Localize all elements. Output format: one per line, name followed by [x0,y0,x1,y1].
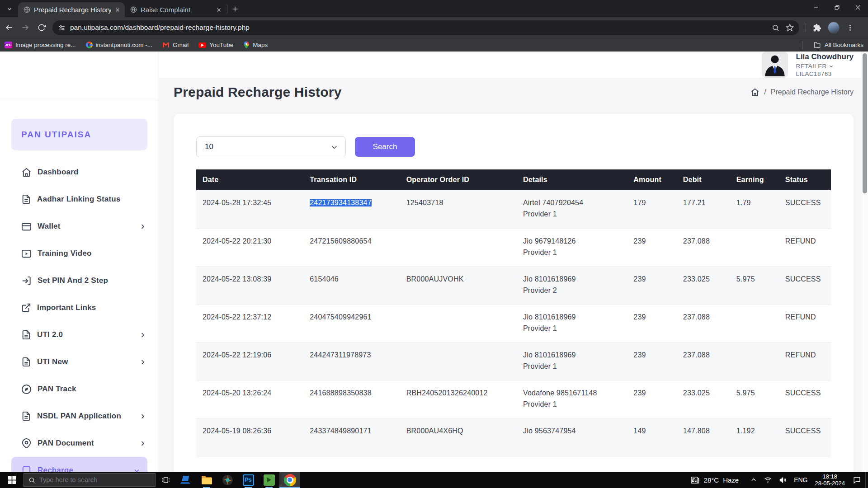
zoom-icon[interactable] [772,24,779,32]
cell-operator-order-id [400,304,517,342]
bookmark-item[interactable]: YouTube [198,42,233,48]
show-desktop-button[interactable] [865,472,868,488]
breadcrumb-separator: / [764,88,766,96]
bookmark-label: YouTube [209,42,233,48]
table-row[interactable]: 2024-05-28 17:32:45 242173934138347 1254… [196,190,831,228]
taskbar-app-pc[interactable] [175,472,196,488]
cell-details: Jio 9679148126Provider 1 [517,228,627,266]
speaker-icon[interactable] [779,477,787,483]
table-row[interactable]: 2024-05-20 13:26:24 241688898350838 RBH2… [196,380,831,418]
sidebar-nav: Dashboard Aadhar Linking Status Wallet T… [0,159,159,472]
cell-status: SUCCESS [779,418,831,456]
bookmark-item[interactable]: JPG Image processing re... [5,42,76,48]
scrollbar-thumb[interactable] [863,53,867,193]
all-bookmarks-button[interactable]: All Bookmarks [802,41,863,49]
user-menu[interactable]: Lila Chowdhury RETAILER LILAC18763 [762,52,854,78]
extensions-icon[interactable] [813,23,821,32]
start-button[interactable] [0,472,24,488]
search-button[interactable]: Search [355,137,415,157]
chevron-right-icon [139,223,146,230]
taskbar-search[interactable] [24,473,156,487]
taskbar-app-file-explorer[interactable] [196,472,217,488]
tab-search-button[interactable] [4,3,15,15]
sidebar-item-aadhar-linking-status[interactable]: Aadhar Linking Status [0,186,159,213]
tab-close-icon[interactable] [216,7,222,13]
sidebar-item-label: Aadhar Linking Status [37,195,121,204]
close-window-button[interactable] [847,0,868,14]
minimize-button[interactable] [806,0,826,14]
chevron-down-icon [330,143,338,151]
page-size-select[interactable]: 10 [196,136,346,157]
sidebar-item-training-video[interactable]: Training Video [0,240,159,267]
tray-chevron-up-icon[interactable] [750,477,757,483]
cell-earning [730,342,779,380]
tab-prepaid-recharge-history[interactable]: Prepaid Recharge History [18,2,125,17]
sidebar-item-dashboard[interactable]: Dashboard [0,159,159,186]
table-row[interactable]: 2024-05-19 08:26:36 243374849890171 BR00… [196,418,831,456]
compass-icon [21,384,32,394]
table-row[interactable]: 2024-05-22 13:08:39 6154046 BR000AUJVOHK… [196,266,831,304]
tab-raise-complaint[interactable]: Raise Complaint [125,2,226,17]
wifi-icon[interactable] [764,477,772,483]
weather-widget[interactable]: 28°C Haze [690,476,739,484]
bookmark-star-icon[interactable] [786,23,794,32]
cell-earning [730,228,779,266]
sidebar-item-recharge[interactable]: Recharge [11,457,147,472]
chevron-down-icon [829,64,834,69]
cell-amount: 239 [627,228,677,266]
language-indicator[interactable]: ENG [794,476,807,483]
card-icon [21,465,32,472]
sidebar-item-set-pin[interactable]: Set PIN And 2 Step [0,267,159,294]
taskbar-app-photo-viewer[interactable] [217,472,238,488]
table-row[interactable]: 2024-05-22 12:19:06 244247311978973 Jio … [196,342,831,380]
sidebar-item-pan-document[interactable]: PAN Document [0,430,159,457]
cell-earning: 1.79 [730,190,779,228]
table-row[interactable]: 2024-05-22 12:37:12 240475409942961 Jio … [196,304,831,342]
task-view-icon [161,476,170,484]
profile-avatar[interactable] [828,22,840,33]
sidebar-item-uti-20[interactable]: UTI 2.0 [0,321,159,348]
brand-badge[interactable]: PAN UTIPAISA [11,119,147,150]
bookmark-item[interactable]: Maps [243,41,268,49]
forward-button[interactable] [18,20,33,35]
notification-center-icon[interactable] [853,476,861,483]
page-scrollbar[interactable] [861,52,868,472]
tab-close-icon[interactable] [115,7,120,13]
cell-debit: 177.21 [677,190,730,228]
back-button[interactable] [2,20,16,35]
sidebar-item-uti-new[interactable]: UTI New [0,348,159,375]
user-role[interactable]: RETAILER [796,63,854,70]
col-date: Date [196,169,303,190]
chevron-down-icon [6,6,13,12]
bookmark-item[interactable]: Gmail [162,42,189,48]
taskbar-app-chrome[interactable] [279,472,300,488]
main-area: Lila Chowdhury RETAILER LILAC18763 Prepa… [159,52,868,472]
site-settings-icon[interactable] [58,24,66,32]
cell-debit: 147.808 [677,418,730,456]
cell-earning: 1.192 [730,418,779,456]
menu-dots-icon[interactable] [846,24,854,32]
bookmark-item[interactable]: instantpanuti.com -... [86,42,152,48]
restore-button[interactable] [826,0,847,14]
sidebar-item-important-links[interactable]: Important Links [0,294,159,321]
task-view-button[interactable] [156,472,175,488]
new-tab-button[interactable] [229,3,241,15]
col-details: Details [517,169,627,190]
home-icon[interactable] [750,88,760,97]
taskbar-app-photoshop[interactable]: Ps [238,472,259,488]
external-link-icon [21,303,31,313]
sidebar-item-label: UTI 2.0 [37,330,63,339]
youtube-icon [198,42,206,48]
reload-button[interactable] [34,20,49,35]
taskbar-search-input[interactable] [39,476,143,483]
sidebar-item-pan-track[interactable]: PAN Track [0,375,159,403]
table-row[interactable]: 2024-05-22 20:21:30 247215609880654 Jio … [196,228,831,266]
page-title: Prepaid Recharge History [174,84,342,100]
photo-app-icon [222,474,233,486]
taskbar-clock[interactable]: 18:18 28-05-2024 [815,473,845,487]
sidebar-item-nsdl-pan-application[interactable]: NSDL PAN Application [0,403,159,430]
taskbar-app-media-player[interactable] [259,472,279,488]
url-text[interactable]: pan.utipaisa.com/dashboard/prepaid-recha… [70,23,765,32]
address-bar[interactable]: pan.utipaisa.com/dashboard/prepaid-recha… [52,20,799,35]
sidebar-item-wallet[interactable]: Wallet [0,213,159,240]
